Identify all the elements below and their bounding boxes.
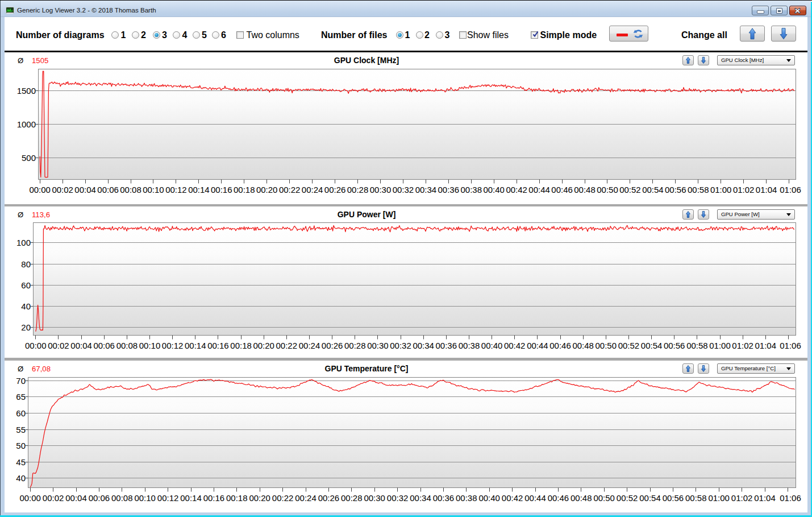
svg-text:00:16: 00:16 (211, 185, 232, 195)
svg-text:01:02: 01:02 (731, 493, 753, 503)
svg-text:00:34: 00:34 (413, 341, 434, 350)
svg-text:00:40: 00:40 (478, 493, 500, 503)
svg-text:00:42: 00:42 (502, 493, 523, 503)
svg-text:01:04: 01:04 (754, 493, 776, 503)
svg-text:00:30: 00:30 (364, 493, 385, 503)
svg-text:01:00: 01:00 (710, 185, 732, 195)
svg-text:00:24: 00:24 (302, 185, 323, 195)
svg-text:00:52: 00:52 (619, 185, 641, 195)
svg-text:00:26: 00:26 (322, 341, 343, 350)
svg-text:00:14: 00:14 (180, 493, 202, 503)
svg-text:00:02: 00:02 (48, 341, 69, 350)
svg-text:00:02: 00:02 (52, 185, 73, 195)
svg-text:00:56: 00:56 (665, 185, 686, 195)
svg-text:00:46: 00:46 (549, 341, 571, 350)
svg-text:00:28: 00:28 (347, 185, 369, 195)
svg-text:00:04: 00:04 (70, 341, 92, 350)
svg-text:00:40: 00:40 (481, 341, 503, 350)
svg-text:00:22: 00:22 (276, 341, 298, 350)
svg-text:00:24: 00:24 (295, 493, 317, 503)
svg-text:00:18: 00:18 (234, 185, 255, 195)
svg-text:65: 65 (16, 392, 26, 402)
svg-text:01:02: 01:02 (732, 341, 753, 350)
svg-text:00:34: 00:34 (410, 493, 431, 503)
svg-text:00:48: 00:48 (571, 493, 592, 503)
svg-text:00:18: 00:18 (230, 341, 252, 350)
svg-text:40: 40 (21, 301, 31, 311)
svg-text:00:42: 00:42 (504, 341, 526, 350)
svg-text:00:32: 00:32 (390, 341, 411, 350)
svg-text:00:10: 00:10 (143, 185, 164, 195)
svg-text:00:58: 00:58 (685, 493, 707, 503)
svg-text:00:04: 00:04 (74, 185, 96, 195)
svg-text:00:52: 00:52 (617, 493, 638, 503)
svg-text:00:22: 00:22 (272, 493, 294, 503)
svg-text:80: 80 (21, 259, 31, 269)
svg-text:00:58: 00:58 (688, 185, 709, 195)
svg-text:00:14: 00:14 (185, 341, 206, 350)
svg-text:00:38: 00:38 (461, 185, 482, 195)
svg-text:00:52: 00:52 (618, 341, 640, 350)
svg-text:00:46: 00:46 (548, 493, 569, 503)
svg-text:50: 50 (16, 441, 26, 450)
svg-text:00:10: 00:10 (139, 341, 161, 350)
svg-text:00:58: 00:58 (686, 341, 708, 350)
svg-text:01:06: 01:06 (780, 341, 801, 350)
svg-text:00:30: 00:30 (370, 185, 392, 195)
svg-text:00:48: 00:48 (572, 341, 594, 350)
svg-text:01:00: 01:00 (709, 341, 731, 350)
svg-text:00:10: 00:10 (134, 493, 156, 503)
svg-text:00:24: 00:24 (299, 341, 320, 350)
svg-text:01:02: 01:02 (733, 185, 755, 195)
svg-text:00:36: 00:36 (436, 341, 457, 350)
svg-text:00:06: 00:06 (93, 341, 115, 350)
svg-text:00:38: 00:38 (456, 493, 477, 503)
svg-text:00:50: 00:50 (597, 185, 618, 195)
svg-text:00:06: 00:06 (97, 185, 119, 195)
svg-text:500: 500 (22, 153, 36, 163)
svg-text:00:30: 00:30 (367, 341, 389, 350)
svg-text:60: 60 (21, 280, 31, 290)
svg-text:00:18: 00:18 (226, 493, 248, 503)
svg-text:00:20: 00:20 (253, 341, 274, 350)
svg-text:00:12: 00:12 (162, 341, 184, 350)
svg-text:00:26: 00:26 (318, 493, 340, 503)
svg-text:00:06: 00:06 (89, 493, 110, 503)
svg-text:00:02: 00:02 (43, 493, 64, 503)
svg-text:00:16: 00:16 (203, 493, 225, 503)
svg-text:01:06: 01:06 (780, 493, 801, 503)
svg-text:00:34: 00:34 (415, 185, 437, 195)
svg-text:20: 20 (21, 322, 31, 332)
svg-text:55: 55 (16, 425, 26, 435)
svg-text:00:12: 00:12 (157, 493, 179, 503)
svg-text:00:08: 00:08 (116, 341, 138, 350)
svg-text:00:44: 00:44 (524, 493, 546, 503)
svg-text:00:08: 00:08 (111, 493, 133, 503)
svg-text:00:08: 00:08 (120, 185, 141, 195)
svg-text:01:00: 01:00 (708, 493, 730, 503)
svg-text:00:14: 00:14 (188, 185, 210, 195)
svg-text:00:38: 00:38 (459, 341, 480, 350)
svg-text:00:28: 00:28 (341, 493, 363, 503)
svg-text:00:12: 00:12 (165, 185, 187, 195)
svg-text:100: 100 (16, 238, 31, 247)
svg-text:00:44: 00:44 (527, 341, 548, 350)
svg-text:00:54: 00:54 (639, 493, 661, 503)
svg-text:00:54: 00:54 (641, 341, 663, 350)
svg-text:00:56: 00:56 (664, 341, 685, 350)
svg-text:00:40: 00:40 (483, 185, 505, 195)
svg-text:00:26: 00:26 (324, 185, 346, 195)
svg-text:00:54: 00:54 (642, 185, 664, 195)
svg-text:00:00: 00:00 (25, 341, 47, 350)
svg-text:00:36: 00:36 (438, 185, 460, 195)
svg-text:00:20: 00:20 (256, 185, 278, 195)
svg-text:00:00: 00:00 (29, 185, 51, 195)
svg-text:60: 60 (16, 408, 26, 418)
svg-text:70: 70 (16, 376, 26, 386)
svg-text:00:32: 00:32 (387, 493, 409, 503)
svg-text:01:04: 01:04 (755, 341, 777, 350)
svg-text:00:46: 00:46 (551, 185, 573, 195)
svg-text:00:28: 00:28 (344, 341, 366, 350)
svg-text:00:22: 00:22 (279, 185, 301, 195)
svg-text:1500: 1500 (17, 86, 36, 96)
